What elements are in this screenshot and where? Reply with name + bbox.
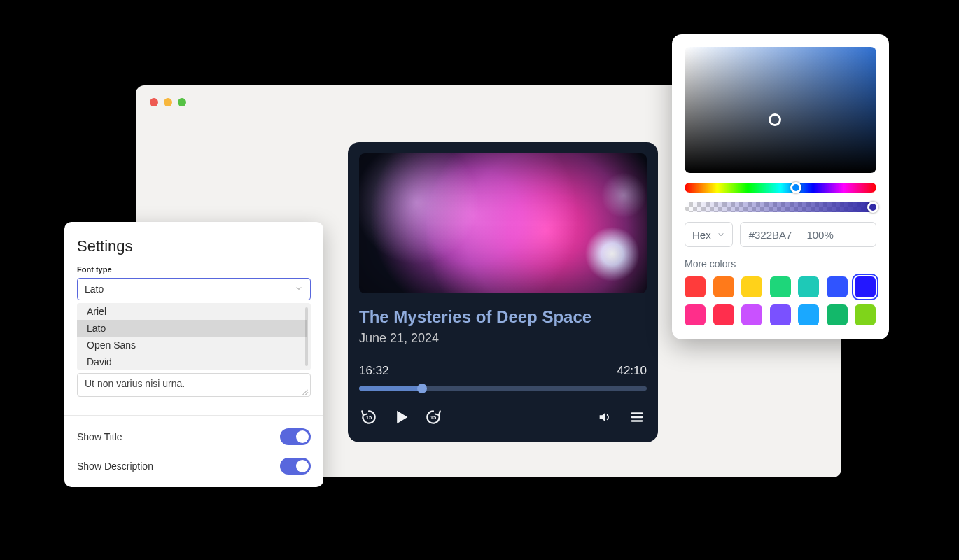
hue-slider[interactable] — [685, 183, 876, 192]
chevron-down-icon — [717, 229, 725, 241]
color-swatch[interactable] — [827, 304, 848, 326]
color-swatch[interactable] — [827, 276, 848, 298]
alpha-value: 100% — [806, 229, 833, 241]
settings-title: Settings — [77, 237, 311, 255]
dropdown-scrollbar[interactable] — [305, 307, 308, 366]
forward-15-icon[interactable]: 15 — [424, 407, 443, 427]
episode-artwork — [359, 153, 647, 293]
color-picker: Hex #322BA7 100% More colors — [672, 34, 889, 340]
show-description-label: Show Description — [77, 461, 153, 472]
show-title-toggle[interactable] — [280, 428, 311, 445]
color-swatch[interactable] — [798, 276, 819, 298]
hex-input[interactable]: #322BA7 100% — [740, 222, 876, 247]
font-option-david[interactable]: David — [77, 354, 307, 370]
font-option-lato[interactable]: Lato — [77, 320, 307, 337]
font-type-label: Font type — [77, 265, 311, 274]
color-swatch[interactable] — [685, 276, 706, 298]
font-type-select[interactable]: Lato — [77, 278, 311, 300]
window-maximize[interactable] — [178, 98, 186, 106]
font-type-dropdown: Ariel Lato Open Sans David — [77, 303, 311, 370]
resize-handle-icon[interactable] — [302, 388, 309, 395]
show-description-toggle[interactable] — [280, 458, 311, 475]
window-close[interactable] — [150, 98, 158, 106]
playlist-menu-icon[interactable] — [627, 407, 647, 427]
font-option-ariel[interactable]: Ariel — [77, 303, 307, 320]
description-textarea[interactable]: Ut non varius nisi urna. — [77, 373, 311, 397]
play-icon[interactable] — [391, 407, 411, 427]
hex-value: #322BA7 — [749, 229, 792, 241]
total-time: 42:10 — [617, 364, 647, 378]
rewind-15-icon[interactable]: 15 — [359, 407, 379, 427]
alpha-thumb[interactable] — [867, 202, 878, 213]
svg-text:15: 15 — [430, 414, 436, 421]
hue-thumb[interactable] — [790, 182, 802, 193]
audio-player: The Mysteries of Deep Space June 21, 202… — [348, 142, 658, 442]
color-swatch[interactable] — [713, 276, 734, 298]
font-option-opensans[interactable]: Open Sans — [77, 337, 307, 354]
color-swatch[interactable] — [685, 304, 706, 326]
show-title-label: Show Title — [77, 431, 122, 442]
color-swatch[interactable] — [770, 276, 791, 298]
saturation-lightness-field[interactable] — [685, 47, 876, 173]
seek-thumb[interactable] — [417, 384, 427, 393]
input-divider — [799, 228, 799, 241]
alpha-slider[interactable] — [685, 202, 876, 212]
color-swatch[interactable] — [855, 304, 876, 326]
swatch-grid — [685, 276, 876, 326]
volume-icon[interactable] — [595, 407, 615, 427]
elapsed-time: 16:32 — [359, 364, 389, 378]
color-swatch[interactable] — [713, 304, 734, 326]
seek-slider[interactable] — [359, 386, 647, 391]
sl-thumb[interactable] — [769, 113, 781, 126]
textarea-value: Ut non varius nisi urna. — [85, 378, 185, 389]
color-mode-select[interactable]: Hex — [685, 222, 733, 247]
color-swatch[interactable] — [741, 304, 762, 326]
font-type-value: Lato — [85, 284, 104, 295]
more-colors-label: More colors — [685, 258, 876, 270]
color-mode-value: Hex — [692, 229, 711, 241]
svg-text:15: 15 — [366, 414, 372, 421]
player-times: 16:32 42:10 — [359, 364, 647, 378]
episode-date: June 21, 2024 — [359, 331, 647, 346]
window-minimize[interactable] — [164, 98, 172, 106]
settings-panel: Settings Font type Lato Ariel Lato Open … — [64, 222, 323, 487]
chevron-down-icon — [295, 284, 303, 295]
color-swatch[interactable] — [770, 304, 791, 326]
color-swatch[interactable] — [798, 304, 819, 326]
episode-title: The Mysteries of Deep Space — [359, 307, 647, 327]
color-swatch[interactable] — [741, 276, 762, 298]
color-swatch[interactable] — [855, 276, 876, 298]
